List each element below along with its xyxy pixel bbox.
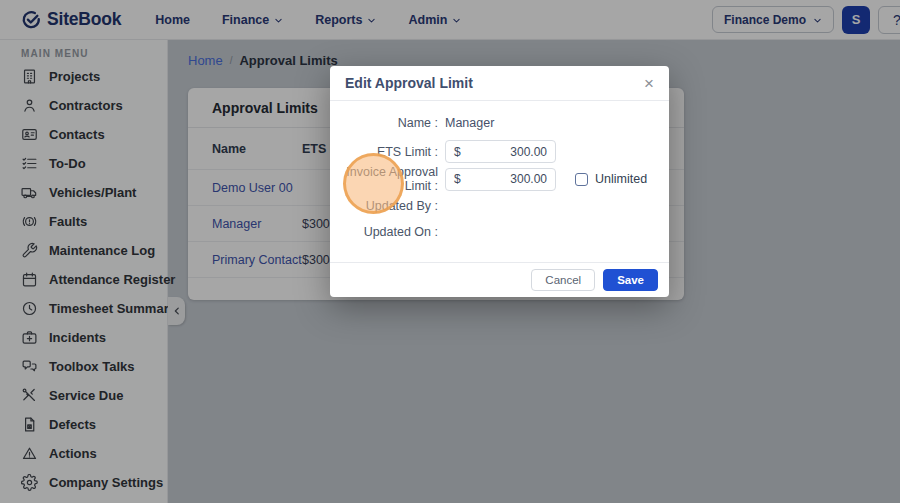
invoice-limit-input[interactable]: $ 300.00 — [445, 168, 556, 191]
updated-on-row: Updated On : — [330, 219, 669, 245]
ets-limit-input[interactable]: $ 300.00 — [445, 140, 556, 163]
ets-limit-value: 300.00 — [510, 145, 547, 159]
app-window: SiteBook Home Finance Reports — [0, 0, 900, 503]
name-row: Name : Manager — [330, 110, 669, 136]
cancel-button[interactable]: Cancel — [531, 269, 595, 291]
save-button[interactable]: Save — [603, 269, 658, 291]
modal-footer: Cancel Save — [330, 262, 669, 297]
invoice-limit-value: 300.00 — [510, 172, 547, 186]
modal-header: Edit Approval Limit × — [330, 66, 669, 101]
currency-prefix: $ — [454, 172, 461, 186]
updated-on-label: Updated On : — [330, 225, 445, 239]
name-label: Name : — [330, 116, 445, 130]
unlimited-label: Unlimited — [595, 172, 647, 186]
close-icon[interactable]: × — [644, 75, 654, 92]
name-value: Manager — [445, 116, 494, 130]
currency-prefix: $ — [454, 145, 461, 159]
unlimited-checkbox-group[interactable]: Unlimited — [575, 172, 647, 186]
click-highlight-indicator — [343, 153, 404, 214]
unlimited-checkbox[interactable] — [575, 173, 588, 186]
modal-title: Edit Approval Limit — [345, 75, 473, 91]
